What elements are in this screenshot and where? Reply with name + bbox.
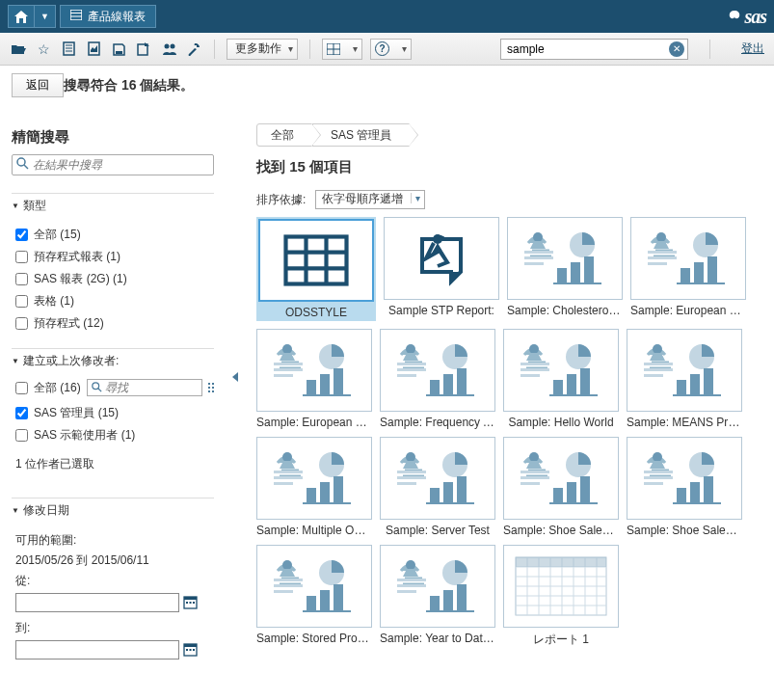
sort-select[interactable]: 依字母順序遞增 [315,190,425,209]
svg-rect-64 [397,368,426,371]
chevron-down-icon: ▼ [35,6,55,27]
result-tile[interactable]: Sample: Shoe Sales G... [627,437,742,537]
type-filter-item[interactable]: 表格 (1) [15,290,214,312]
result-tile[interactable]: Sample: Frequency A... [380,329,495,429]
result-tile[interactable]: Sample STP Report: [384,217,499,321]
refine-search[interactable] [12,154,214,175]
main-content: 搜尋符合 16 個結果。 全部 SAS 管理員 找到 15 個項目 排序依據: … [256,73,762,681]
author-search[interactable] [87,379,202,396]
author-all-checkbox[interactable] [15,382,28,394]
svg-rect-23 [193,602,195,604]
svg-rect-100 [397,476,426,479]
thumbnail [256,437,372,520]
tile-label: Sample: Stored Proce... [256,632,372,645]
type-checkbox[interactable] [15,273,28,285]
help-dropdown[interactable]: ? [370,39,412,60]
type-filter-item[interactable]: 預存程式 (12) [15,312,214,335]
author-filter-item[interactable]: SAS 管理員 (15) [15,402,214,424]
result-tile[interactable]: Sample: MEANS Pro... [627,329,742,429]
type-filter-item[interactable]: SAS 報表 (2G) (1) [15,268,214,290]
result-tile[interactable]: Sample: Cholesterol b... [507,217,623,321]
type-checkbox[interactable] [15,317,28,330]
svg-rect-72 [520,363,549,365]
result-tile[interactable]: Sample: Hello World [503,329,619,429]
svg-rect-90 [274,471,303,473]
svg-rect-40 [557,268,567,283]
svg-point-71 [529,344,539,354]
svg-rect-73 [520,368,549,371]
svg-rect-83 [644,374,663,377]
svg-point-89 [282,452,292,462]
author-search-input[interactable] [105,381,198,394]
type-filter-item[interactable]: 全部 (15) [15,224,214,246]
clear-search-icon[interactable]: ✕ [669,41,684,57]
svg-rect-49 [681,268,690,283]
svg-rect-108 [520,471,549,473]
svg-rect-21 [186,602,188,604]
export-icon[interactable] [135,40,152,58]
facet-header-author[interactable]: ▼建立或上次修改者: [12,348,214,373]
author-filter-item[interactable]: SAS 示範使用者 (1) [15,424,214,446]
more-actions-dropdown[interactable]: 更多動作 [227,39,298,60]
result-tile[interactable]: Sample: Stored Proce... [256,545,372,648]
users-icon[interactable] [160,40,177,58]
svg-point-116 [653,452,662,462]
svg-point-44 [656,232,666,242]
svg-rect-26 [186,649,188,651]
result-tile[interactable]: Sample: Multiple Out... [256,437,372,537]
author-checkbox[interactable] [15,429,28,442]
type-checkbox[interactable] [15,229,28,241]
result-tile[interactable]: Sample: Year to Date ... [380,545,495,648]
resize-grip-icon[interactable] [208,383,214,392]
calendar-icon[interactable] [183,642,199,658]
svg-rect-8 [116,51,122,54]
wrench-icon[interactable] [185,40,202,58]
svg-rect-99 [397,471,426,473]
global-search-input[interactable] [500,39,688,60]
result-tile[interactable]: Sample: European De... [256,329,372,429]
calendar-icon[interactable] [183,595,199,610]
breadcrumb-button[interactable]: 產品線報表 [60,5,156,28]
svg-rect-110 [520,482,540,485]
refine-search-input[interactable] [33,158,209,172]
type-checkbox[interactable] [15,295,28,308]
author-checkbox[interactable] [15,407,28,419]
doc-icon-1[interactable] [60,40,77,58]
facet-header-date[interactable]: ▼修改日期 [12,498,214,523]
open-folder-icon[interactable] [10,40,27,58]
svg-rect-114 [580,476,590,503]
type-filter-item[interactable]: 預存程式報表 (1) [15,246,214,268]
tile-label: ODSSTYLE [258,306,374,319]
thumbnail [256,545,372,628]
date-to-label: 到: [15,620,214,636]
path-segment[interactable]: 全部 [256,123,312,147]
result-tile[interactable]: ODSSTYLE [256,217,376,321]
result-tile[interactable]: Sample: Shoe Sales b... [503,437,619,537]
svg-line-18 [97,388,100,390]
thumbnail [384,217,499,300]
result-tile[interactable]: Sample: European De... [630,217,746,321]
svg-rect-113 [567,482,576,503]
svg-rect-86 [690,374,700,395]
result-tile[interactable]: Sample: Server Test [380,437,495,537]
date-from-input[interactable] [15,593,179,612]
facet-header-type[interactable]: ▼類型 [12,193,214,218]
logout-link[interactable]: 登出 [741,40,764,57]
date-to-input[interactable] [15,640,179,660]
path-segment[interactable]: SAS 管理員 [312,123,410,147]
svg-rect-135 [397,579,426,581]
star-icon[interactable]: ☆ [35,40,52,58]
doc-icon-2[interactable] [85,40,102,58]
save-icon[interactable] [110,40,127,58]
sidebar-collapse-handle[interactable] [233,73,237,681]
top-bar: ▼ 產品線報表 sas [0,0,774,33]
back-button[interactable]: 返回 [12,73,64,97]
svg-point-107 [529,452,539,462]
home-button[interactable]: ▼ [8,5,56,28]
type-checkbox[interactable] [15,251,28,263]
view-mode-dropdown[interactable] [322,39,362,60]
result-tile[interactable]: レポート 1 [503,545,619,648]
svg-rect-68 [443,374,453,395]
path-breadcrumb: 全部 SAS 管理員 [256,123,762,147]
svg-point-125 [282,560,292,570]
